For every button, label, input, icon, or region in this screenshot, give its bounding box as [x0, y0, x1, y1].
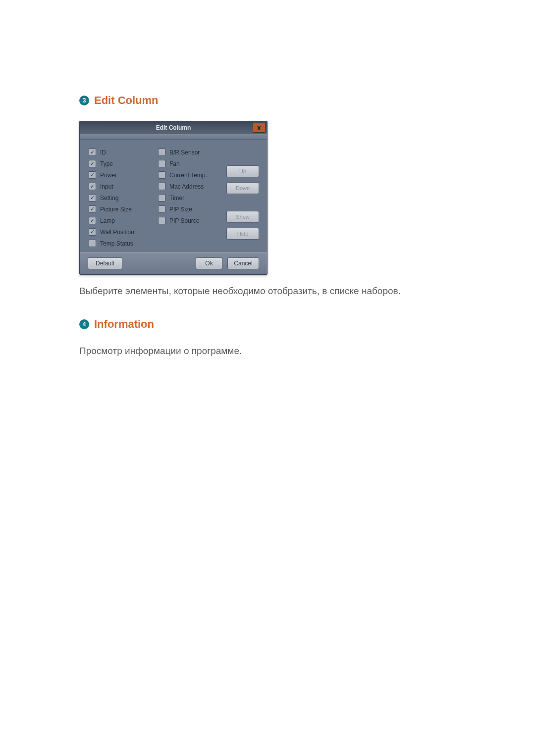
- checkbox-br-sensor[interactable]: [158, 149, 165, 156]
- cancel-button[interactable]: Cancel: [227, 257, 259, 269]
- edit-column-dialog: Edit Column x ID Type: [79, 121, 268, 275]
- checkbox-row[interactable]: Power: [89, 171, 158, 179]
- checkbox-pip-size[interactable]: [158, 205, 165, 213]
- badge-3: 3: [79, 96, 89, 105]
- checkbox-label: Setting: [100, 195, 118, 202]
- checkbox-label: Lamp: [100, 217, 115, 224]
- checkbox-row[interactable]: Wall Position: [89, 228, 158, 236]
- checkbox-row[interactable]: Fan: [158, 160, 222, 167]
- dialog-footer: Default Ok Cancel: [80, 252, 267, 274]
- checkbox-column-right: B/R Sensor Fan Current Temp. Mac Address: [158, 149, 222, 247]
- checkbox-label: ID: [100, 149, 106, 156]
- section-3-title: Edit Column: [94, 94, 159, 107]
- hide-button[interactable]: Hide: [226, 228, 259, 240]
- checkbox-row[interactable]: Setting: [89, 194, 158, 202]
- checkbox-label: Type: [100, 160, 113, 167]
- checkbox-id[interactable]: [89, 149, 96, 156]
- checkbox-label: Fan: [169, 160, 180, 167]
- checkbox-label: PIP Size: [169, 206, 192, 213]
- checkbox-current-temp[interactable]: [158, 171, 165, 179]
- checkbox-timer[interactable]: [158, 194, 165, 202]
- checkbox-row[interactable]: Current Temp.: [158, 171, 222, 179]
- checkbox-input[interactable]: [89, 183, 96, 190]
- checkbox-row[interactable]: Picture Size: [89, 205, 158, 213]
- side-button-column: Up Down Show Hide: [222, 149, 261, 247]
- default-button[interactable]: Default: [88, 257, 122, 269]
- checkbox-label: Power: [100, 172, 117, 179]
- checkbox-temp-status[interactable]: [89, 240, 96, 247]
- checkbox-picture-size[interactable]: [89, 205, 96, 213]
- checkbox-row[interactable]: PIP Size: [158, 205, 222, 213]
- checkbox-column-left: ID Type Power Input: [89, 149, 158, 247]
- checkbox-label: Picture Size: [100, 206, 132, 213]
- section-4-header: 4 Information: [79, 318, 456, 331]
- document-page: 3 Edit Column Edit Column x ID: [0, 0, 535, 756]
- checkbox-label: Temp.Status: [100, 240, 133, 247]
- checkbox-label: B/R Sensor: [169, 149, 200, 156]
- edit-column-dialog-figure: Edit Column x ID Type: [79, 121, 456, 275]
- down-button[interactable]: Down: [226, 182, 259, 194]
- dialog-body: ID Type Power Input: [80, 140, 267, 252]
- close-button[interactable]: x: [253, 123, 266, 133]
- checkbox-row[interactable]: Lamp: [89, 217, 158, 224]
- checkbox-pip-source[interactable]: [158, 217, 165, 224]
- checkbox-fan[interactable]: [158, 160, 165, 167]
- checkbox-row[interactable]: Mac Address: [158, 183, 222, 190]
- checkbox-label: Wall Position: [100, 229, 134, 236]
- checkbox-row[interactable]: B/R Sensor: [158, 149, 222, 156]
- up-button[interactable]: Up: [226, 165, 259, 177]
- checkbox-label: Mac Address: [169, 183, 204, 190]
- checkbox-row[interactable]: Input: [89, 183, 158, 190]
- close-icon: x: [257, 124, 261, 132]
- checkbox-row[interactable]: Type: [89, 160, 158, 167]
- checkbox-label: PIP Source: [169, 217, 199, 224]
- checkbox-row[interactable]: ID: [89, 149, 158, 156]
- checkbox-type[interactable]: [89, 160, 96, 167]
- spacer: [226, 199, 261, 206]
- checkbox-row[interactable]: Timer: [158, 194, 222, 202]
- checkbox-lamp[interactable]: [89, 217, 96, 224]
- section-4-title: Information: [94, 318, 154, 331]
- checkbox-row[interactable]: Temp.Status: [89, 240, 158, 247]
- section-3-caption: Выберите элементы, которые необходимо от…: [79, 285, 456, 298]
- section-4-caption: Просмотр информации о программе.: [79, 345, 456, 358]
- dialog-titlebar: Edit Column x: [80, 121, 267, 134]
- checkbox-label: Current Temp.: [169, 172, 207, 179]
- checkbox-wall-position[interactable]: [89, 228, 96, 236]
- checkbox-setting[interactable]: [89, 194, 96, 202]
- section-3-header: 3 Edit Column: [79, 94, 456, 107]
- ok-button[interactable]: Ok: [196, 257, 222, 269]
- dialog-title: Edit Column: [156, 124, 191, 131]
- checkbox-label: Timer: [169, 195, 184, 202]
- checkbox-power[interactable]: [89, 171, 96, 179]
- checkbox-mac-address[interactable]: [158, 183, 165, 190]
- checkbox-label: Input: [100, 183, 113, 190]
- dialog-top-strip: [80, 134, 267, 140]
- checkbox-row[interactable]: PIP Source: [158, 217, 222, 224]
- show-button[interactable]: Show: [226, 211, 259, 223]
- badge-4: 4: [79, 319, 89, 329]
